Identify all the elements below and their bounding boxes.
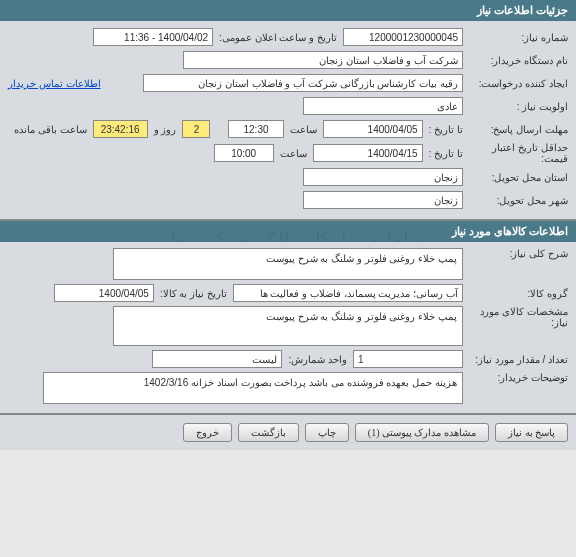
print-button[interactable]: چاپ xyxy=(305,423,349,442)
row-delivery-province: استان محل تحویل: زنجان xyxy=(8,167,568,187)
public-announce-label: تاریخ و ساعت اعلان عمومی: xyxy=(213,32,343,43)
goods-group-field: آب رسانی؛ مدیریت پسماند، فاضلاب و فعالیت… xyxy=(233,284,463,302)
delivery-province-field: زنجان xyxy=(303,168,463,186)
days-field: 2 xyxy=(182,120,210,138)
price-validity-date-field: 1400/04/15 xyxy=(313,144,423,162)
reply-button[interactable]: پاسخ به نیاز xyxy=(495,423,568,442)
row-goods-group: گروه کالا: آب رسانی؛ مدیریت پسماند، فاضل… xyxy=(8,283,568,303)
section1-body: شماره نیاز: 1200001230000045 تاریخ و ساع… xyxy=(0,21,576,221)
reply-date-field: 1400/04/05 xyxy=(323,120,423,138)
section2-header: اطلاعات کالاهای مورد نیاز xyxy=(0,221,576,242)
creator-field: رقیه بیات کارشناس بازرگانی شرکت آب و فاض… xyxy=(143,74,463,92)
goods-group-label: گروه کالا: xyxy=(463,288,568,299)
price-to-date-label: تا تاریخ : xyxy=(423,148,463,159)
remaining-label: ساعت باقی مانده xyxy=(8,124,93,135)
main-desc-label: شرح کلی نیاز: xyxy=(463,248,568,259)
remaining-time-field: 23:42:16 xyxy=(93,120,148,138)
row-delivery-city: شهر محل تحویل: زنجان xyxy=(8,190,568,210)
row-qty: تعداد / مقدار مورد نیاز: 1 واحد شمارش: ل… xyxy=(8,349,568,369)
section1-header: جزئیات اطلاعات نیاز xyxy=(0,0,576,21)
reply-time-field: 12:30 xyxy=(228,120,283,138)
row-reply-deadline: مهلت ارسال پاسخ: تا تاریخ : 1400/04/05 س… xyxy=(8,119,568,139)
unit-label: واحد شمارش: xyxy=(282,354,353,365)
price-validity-time-field: 10:00 xyxy=(214,144,274,162)
creator-label: ایجاد کننده درخواست: xyxy=(463,78,568,89)
need-number-label: شماره نیاز: xyxy=(463,32,568,43)
buyer-org-label: نام دستگاه خریدار: xyxy=(463,55,568,66)
reply-deadline-label: مهلت ارسال پاسخ: xyxy=(463,124,568,135)
delivery-city-label: شهر محل تحویل: xyxy=(463,195,568,206)
days-label: روز و xyxy=(148,124,183,135)
priority-label: اولویت نیاز : xyxy=(463,101,568,112)
qty-label: تعداد / مقدار مورد نیاز: xyxy=(463,354,568,365)
specs-label: مشخصات کالای مورد نیاز: xyxy=(463,306,568,328)
public-announce-field: 1400/04/02 - 11:36 xyxy=(93,28,213,46)
qty-field: 1 xyxy=(353,350,463,368)
buyer-notes-field: هزینه حمل بعهده فروشنده می باشد پرداخت ب… xyxy=(43,372,463,404)
contact-link[interactable]: اطلاعات تماس خریدار xyxy=(8,78,101,89)
priority-field: عادی xyxy=(303,97,463,115)
to-date-label: تا تاریخ : xyxy=(423,124,463,135)
delivery-province-label: استان محل تحویل: xyxy=(463,172,568,183)
main-desc-field: پمپ خلاء روغنی فلوتر و شلنگ به شرح پیوست xyxy=(113,248,463,280)
row-need-number: شماره نیاز: 1200001230000045 تاریخ و ساع… xyxy=(8,27,568,47)
price-validity-label: حداقل تاریخ اعتبار قیمت: xyxy=(463,142,568,164)
row-specs: مشخصات کالای مورد نیاز: پمپ خلاء روغنی ف… xyxy=(8,306,568,346)
reply-time-label: ساعت xyxy=(284,124,323,135)
buttons-bar: پاسخ به نیاز مشاهده مدارک پیوستی (1) چاپ… xyxy=(0,415,576,450)
specs-field: پمپ خلاء روغنی فلوتر و شلنگ به شرح پیوست xyxy=(113,306,463,346)
row-price-validity: حداقل تاریخ اعتبار قیمت: تا تاریخ : 1400… xyxy=(8,142,568,164)
need-date-field: 1400/04/05 xyxy=(54,284,154,302)
price-validity-time-label: ساعت xyxy=(274,148,313,159)
exit-button[interactable]: خروج xyxy=(183,423,232,442)
row-main-desc: شرح کلی نیاز: پمپ خلاء روغنی فلوتر و شلن… xyxy=(8,248,568,280)
need-date-label: تاریخ نیاز به کالا: xyxy=(154,288,233,299)
buyer-org-field: شرکت آب و فاضلاب استان زنجان xyxy=(183,51,463,69)
need-number-field: 1200001230000045 xyxy=(343,28,463,46)
row-buyer-org: نام دستگاه خریدار: شرکت آب و فاضلاب استا… xyxy=(8,50,568,70)
buyer-notes-label: توضیحات خریدار: xyxy=(463,372,568,383)
row-priority: اولویت نیاز : عادی xyxy=(8,96,568,116)
section2-body: شرح کلی نیاز: پمپ خلاء روغنی فلوتر و شلن… xyxy=(0,242,576,415)
delivery-city-field: زنجان xyxy=(303,191,463,209)
row-buyer-notes: توضیحات خریدار: هزینه حمل بعهده فروشنده … xyxy=(8,372,568,404)
back-button[interactable]: بازگشت xyxy=(238,423,299,442)
attachments-button[interactable]: مشاهده مدارک پیوستی (1) xyxy=(355,423,489,442)
row-creator: ایجاد کننده درخواست: رقیه بیات کارشناس ب… xyxy=(8,73,568,93)
unit-field: لیست xyxy=(152,350,282,368)
